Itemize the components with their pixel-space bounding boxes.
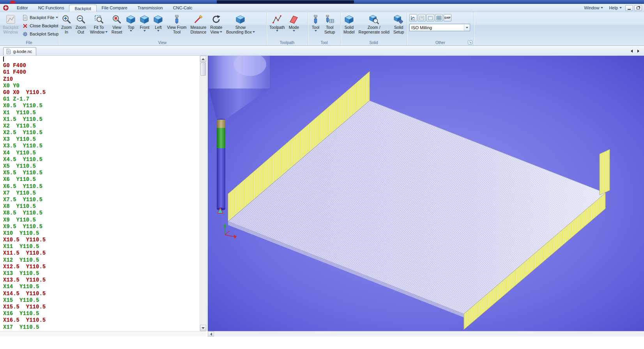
editor-horizontal-scrollbar[interactable] (0, 331, 206, 337)
gcode-line-text: X16.5 Y110.5 (3, 317, 46, 323)
gcode-line[interactable]: X13 Y110.5 (0, 270, 200, 277)
gcode-line[interactable]: X15 Y110.5 (0, 297, 200, 304)
window-toggle-button[interactable] (426, 14, 434, 21)
gcode-line[interactable]: X1.5 Y110.5 (0, 116, 200, 123)
gcode-line[interactable]: X8 Y110.5 (0, 203, 200, 210)
gcode-line[interactable]: X13.5 Y110.5 (0, 277, 200, 283)
ribbon-tab[interactable]: Backplot (69, 5, 96, 12)
minimize-button[interactable] (625, 5, 633, 11)
viewport-horizontal-scrollbar[interactable] (208, 331, 644, 337)
gcode-line[interactable]: X5 Y110.5 (0, 163, 200, 170)
zoom-in-button[interactable]: Zoom In (59, 13, 74, 35)
ribbon-tab[interactable]: File Compare (97, 4, 133, 12)
ribbon-tab-label: Editor (17, 5, 28, 10)
ribbon-tab[interactable]: CNC-Calc (168, 4, 198, 12)
tool-button[interactable]: Tool (309, 13, 322, 32)
gcode-line[interactable]: X9 Y110.5 (0, 217, 200, 223)
grid-toggle-button[interactable] (435, 14, 443, 21)
gcode-line[interactable]: X12.5 Y110.5 (0, 264, 200, 270)
mode-button[interactable]: Mode (287, 13, 301, 32)
backplot-window-button[interactable]: Backplot Window (1, 13, 20, 35)
gcode-line[interactable]: X7 Y110.5 (0, 190, 200, 197)
dxf-button[interactable]: DXF (444, 14, 451, 21)
view-from-tool-button[interactable]: View From Tool (165, 13, 188, 35)
gcode-line[interactable]: X6.5 Y110.5 (0, 183, 200, 190)
scrollbar-thumb[interactable] (200, 62, 206, 76)
gcode-line[interactable]: G1 F400 (0, 69, 200, 76)
tab-scroll-right-button[interactable] (635, 48, 641, 54)
gcode-line[interactable]: G1 Z-1.7 (0, 96, 200, 103)
backplot-file-button[interactable]: Backplot File (20, 14, 60, 21)
gcode-line-text: X2 Y110.5 (3, 123, 36, 129)
gcode-line[interactable]: X11 Y110.5 (0, 243, 200, 250)
gcode-line[interactable]: X4.5 Y110.5 (0, 156, 200, 163)
gcode-line[interactable]: X7.5 Y110.5 (0, 197, 200, 203)
gcode-line[interactable]: X3 Y110.5 (0, 136, 200, 143)
left-view-button[interactable]: Left (151, 13, 165, 32)
gcode-line[interactable]: X10.5 Y110.5 (0, 237, 200, 243)
front-view-button[interactable]: Front (138, 13, 151, 32)
gcode-editor[interactable]: G0 F400 G1 F400 Z10 X0 Y0 G0 X0 Y110.5 G… (0, 56, 200, 331)
gcode-line[interactable]: G0 X0 Y110.5 (0, 89, 200, 96)
gcode-line[interactable]: X14.5 Y110.5 (0, 291, 200, 297)
view-reset-button[interactable]: View Reset (110, 13, 124, 35)
button-label: Solid (394, 25, 403, 30)
toolpath-button[interactable]: Toolpath (267, 13, 287, 32)
close-backplot-button[interactable]: Close Backplot (20, 22, 60, 30)
app-menu-icon[interactable] (0, 4, 12, 12)
editor-vertical-scrollbar[interactable] (200, 56, 206, 331)
fit-to-window-button[interactable]: Fit To Window (88, 13, 110, 35)
gcode-line[interactable]: X11.5 Y110.5 (0, 250, 200, 257)
dropdown-arrow-icon (315, 30, 317, 32)
ribbon-tab[interactable]: NC Functions (33, 4, 69, 12)
scroll-down-button[interactable] (200, 325, 206, 331)
gcode-line[interactable]: X1 Y110.5 (0, 110, 200, 116)
restore-button[interactable] (634, 5, 642, 11)
document-tab[interactable]: g-kode.nc (3, 47, 36, 55)
scroll-up-button[interactable] (200, 56, 206, 62)
zoom-out-button[interactable]: Zoom Out (74, 13, 88, 35)
gcode-line[interactable]: X9.5 Y110.5 (0, 223, 200, 230)
plot-toggle-button[interactable] (409, 14, 417, 21)
tab-scroll-left-button[interactable] (629, 48, 634, 54)
zoom-regenerate-solid-button[interactable]: Zoom / Regenerate solid (357, 13, 391, 35)
tool-setup-button[interactable]: Tool Setup (322, 13, 337, 35)
gcode-line[interactable]: X8.5 Y110.5 (0, 210, 200, 216)
show-bounding-box-button[interactable]: Show Bounding Box (224, 13, 257, 35)
button-label: Zoom (61, 25, 72, 30)
gcode-line[interactable]: X6 Y110.5 (0, 176, 200, 183)
gcode-line[interactable]: X17 Y110.5 (0, 324, 200, 331)
gcode-line[interactable]: G0 F400 (0, 62, 200, 69)
gcode-line[interactable]: X0.5 Y110.5 (0, 103, 200, 109)
gcode-line[interactable]: X5.5 Y110.5 (0, 170, 200, 176)
gcode-line[interactable]: Z10 (0, 76, 200, 83)
gcode-line[interactable]: X2.5 Y110.5 (0, 129, 200, 136)
window-menu[interactable]: Window (582, 5, 605, 10)
ribbon-tab[interactable]: Editor (12, 4, 33, 12)
ribbon-tab[interactable]: Transmission (133, 4, 168, 12)
gcode-line[interactable]: X3.5 Y110.5 (0, 143, 200, 149)
dropdown-button[interactable] (464, 24, 470, 31)
backplot-setup-button[interactable]: Backplot Setup (20, 30, 60, 38)
gcode-line[interactable]: X2 Y110.5 (0, 123, 200, 129)
gcode-line[interactable]: X10 Y110.5 (0, 230, 200, 237)
info-toggle-button[interactable] (418, 14, 426, 21)
button-label: Close Backplot (30, 23, 58, 28)
gcode-line[interactable]: X16.5 Y110.5 (0, 317, 200, 324)
gcode-line[interactable]: X0 Y0 (0, 83, 200, 89)
machine-type-dropdown[interactable]: ISO Milling (409, 24, 470, 31)
scroll-left-button[interactable] (208, 331, 214, 337)
gcode-line[interactable]: X4 Y110.5 (0, 150, 200, 156)
measure-distance-button[interactable]: Measure Distance (188, 13, 208, 35)
gcode-line[interactable]: X16 Y110.5 (0, 310, 200, 317)
backplot-3d-view[interactable] (208, 56, 644, 331)
top-view-button[interactable]: Top (124, 13, 138, 32)
solid-model-button[interactable]: Solid Model (341, 13, 357, 35)
dialog-launcher-button[interactable]: ↘ (468, 40, 472, 44)
gcode-line[interactable]: X14 Y110.5 (0, 283, 200, 290)
gcode-line[interactable]: X15.5 Y110.5 (0, 304, 200, 310)
gcode-line[interactable]: X12 Y110.5 (0, 257, 200, 264)
rotate-view-button[interactable]: Rotate View (208, 13, 224, 35)
help-menu[interactable]: Help (607, 5, 624, 10)
solid-setup-button[interactable]: Solid Setup (391, 13, 406, 35)
